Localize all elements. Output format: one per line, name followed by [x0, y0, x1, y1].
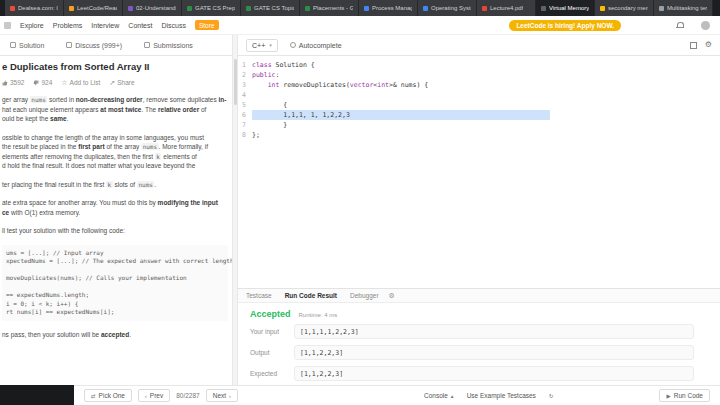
- editor-line[interactable]: 2public:: [238, 70, 720, 80]
- editor-line[interactable]: 1class Solution {: [238, 60, 720, 70]
- main-navbar: ExploreProblemsInterviewContestDiscuss S…: [0, 16, 720, 35]
- text-segment: hat each unique element appears: [2, 106, 100, 113]
- io-value[interactable]: [1,1,2,2,3]: [294, 345, 694, 360]
- line-code: }: [252, 120, 287, 130]
- language-select[interactable]: C++ ▾: [246, 39, 278, 52]
- scrollbar-thumb[interactable]: [234, 59, 237, 105]
- run-code-button[interactable]: ▶ Run Code: [659, 389, 710, 402]
- nav-item-discuss[interactable]: Discuss: [161, 22, 186, 29]
- autocomplete-toggle[interactable]: Autocomplete: [290, 42, 342, 49]
- share-arrow-icon: ↗: [109, 79, 115, 86]
- browser-tab-virtual-memory-13[interactable]: Virtual Memory: 13...: [536, 0, 595, 16]
- browser-tab-leetcode-readme[interactable]: LeetCode/Readme...: [64, 0, 123, 16]
- text-segment: sorted in: [47, 96, 76, 103]
- console-tab-testcase[interactable]: Testcase: [246, 292, 272, 299]
- tab-favicon: [187, 6, 192, 11]
- browser-tab-02-understanding[interactable]: 02-Understanding...: [123, 0, 182, 16]
- tab-title: Lecture4.pdf: [490, 5, 523, 11]
- notifications-bell-icon[interactable]: [676, 22, 683, 29]
- code-token: removeDuplicates(: [279, 81, 349, 89]
- console-panel: TestcaseRun Code ResultDebugger ⚙ Accept…: [238, 288, 720, 385]
- console-toggle[interactable]: Console ▴: [424, 392, 454, 399]
- code-editor[interactable]: 1class Solution {2public:3 int removeDup…: [238, 56, 720, 288]
- panel-tab-solution[interactable]: Solution: [10, 42, 44, 49]
- nav-item-explore[interactable]: Explore: [20, 22, 44, 29]
- text-segment: ger array: [2, 96, 30, 103]
- browser-tab-gate-cs-topic-wise[interactable]: GATE CS Topic wise...: [241, 0, 300, 16]
- text-segment: modifying the input: [158, 199, 218, 206]
- settings-gear-icon[interactable]: ⚙: [705, 41, 712, 49]
- share-button[interactable]: ↗ Share: [109, 79, 134, 86]
- document-icon: [10, 42, 16, 48]
- text-segment: k: [106, 181, 113, 188]
- editor-line[interactable]: 4: [238, 90, 720, 100]
- store-badge[interactable]: Store: [195, 20, 219, 30]
- line-number: 5: [238, 100, 252, 110]
- panel-tabs: SolutionDiscuss (999+)Submissions: [10, 35, 193, 55]
- prev-button[interactable]: ‹ Prev: [138, 389, 170, 402]
- autocomplete-icon: [290, 42, 296, 48]
- panel-tab-submissions[interactable]: Submissions: [144, 42, 193, 49]
- status-accepted[interactable]: Accepted: [250, 309, 291, 319]
- console-tab-bar: TestcaseRun Code ResultDebugger ⚙: [238, 289, 720, 303]
- tab-title: secondary memory ...: [608, 5, 648, 11]
- editor-line[interactable]: 8};: [238, 130, 720, 140]
- add-to-list-button[interactable]: ☆ Add to List: [61, 79, 100, 86]
- console-settings-gear-icon[interactable]: ⚙: [389, 292, 395, 300]
- browser-tab-secondary-memory[interactable]: secondary memory ...: [595, 0, 654, 16]
- editor-line[interactable]: 5 {: [238, 100, 720, 110]
- problem-meta-row: 3592 924 ☆ Add to List ↗ Share: [2, 79, 228, 86]
- text-segment: same: [50, 115, 67, 122]
- like-button[interactable]: 3592: [2, 79, 24, 86]
- line-number: 1: [238, 60, 252, 70]
- io-value[interactable]: [1,1,2,2,3]: [294, 366, 694, 381]
- dislike-button[interactable]: 924: [33, 79, 52, 86]
- leetcode-logo[interactable]: [4, 22, 11, 29]
- tab-title: Dealsea.com: Coup...: [18, 5, 58, 11]
- line-number: 2: [238, 70, 252, 80]
- editor-line[interactable]: 7 }: [238, 120, 720, 130]
- next-button[interactable]: Next ›: [206, 389, 238, 402]
- editor-line[interactable]: 3 int removeDuplicates(vector<int>& nums…: [238, 80, 720, 90]
- panel-tab-discuss-999[interactable]: Discuss (999+): [66, 42, 122, 49]
- refresh-icon[interactable]: ↻: [549, 393, 554, 399]
- console-io-row: Expected[1,1,2,2,3]: [250, 366, 708, 381]
- text-segment: ate extra space for another array. You m…: [2, 199, 158, 206]
- console-tab-run-code-result[interactable]: Run Code Result: [285, 292, 337, 299]
- nav-item-contest[interactable]: Contest: [128, 22, 152, 29]
- browser-tab-lecture4-pdf[interactable]: Lecture4.pdf: [477, 0, 536, 16]
- console-io-rows: Your input[1,1,1,1,2,2,3]Output[1,1,2,2,…: [250, 324, 708, 381]
- description-paragraph: ter placing the final result in the firs…: [2, 180, 228, 190]
- tab-favicon: [659, 6, 664, 11]
- browser-tab-dealsea-com-coup[interactable]: Dealsea.com: Coup...: [5, 0, 64, 16]
- browser-tab-multitasking-term[interactable]: Multitasking term...: [654, 0, 713, 16]
- nav-item-interview[interactable]: Interview: [91, 22, 119, 29]
- browser-tab-bar: Dealsea.com: Coup...LeetCode/Readme...02…: [0, 0, 720, 16]
- console-body: Accepted Runtime: 4 ms Your input[1,1,1,…: [238, 303, 720, 381]
- panel-tab-label: Submissions: [153, 42, 193, 49]
- code-token: public: [252, 71, 275, 79]
- code-token: vector: [350, 81, 373, 89]
- io-label: Output: [250, 349, 294, 356]
- panel-tab-label: Solution: [19, 42, 44, 49]
- description-paragraph: ossible to change the length of the arra…: [2, 133, 228, 171]
- fullscreen-icon[interactable]: [690, 42, 697, 49]
- nav-item-problems[interactable]: Problems: [53, 22, 83, 29]
- problem-description-panel: e Duplicates from Sorted Array II 3592 9…: [0, 56, 232, 385]
- console-tab-debugger[interactable]: Debugger: [350, 292, 379, 299]
- browser-tab-placements-geeks[interactable]: Placements - Geeks...: [300, 0, 359, 16]
- hiring-banner[interactable]: LeetCode is hiring! Apply NOW.: [509, 20, 621, 31]
- browser-tab-gate-cs-preparatio[interactable]: GATE CS Preparatio...: [182, 0, 241, 16]
- tab-favicon: [423, 6, 428, 11]
- text-segment: .: [154, 181, 156, 188]
- browser-tab-operating-systems[interactable]: Operating Systems...: [418, 0, 477, 16]
- line-number: 3: [238, 80, 252, 90]
- footer-right: ▶ Run Code: [659, 386, 710, 405]
- use-example-testcases-link[interactable]: Use Example Testcases: [467, 392, 536, 399]
- editor-line[interactable]: 6 1,1,1, 1, 1,2,2,3: [238, 110, 720, 120]
- user-avatar[interactable]: [701, 21, 710, 30]
- pick-one-button[interactable]: ⇄ Pick One: [84, 389, 132, 402]
- io-value[interactable]: [1,1,1,1,2,2,3]: [294, 324, 694, 339]
- text-segment: nums: [141, 143, 158, 150]
- browser-tab-process-manageme[interactable]: Process Manageme...: [359, 0, 418, 16]
